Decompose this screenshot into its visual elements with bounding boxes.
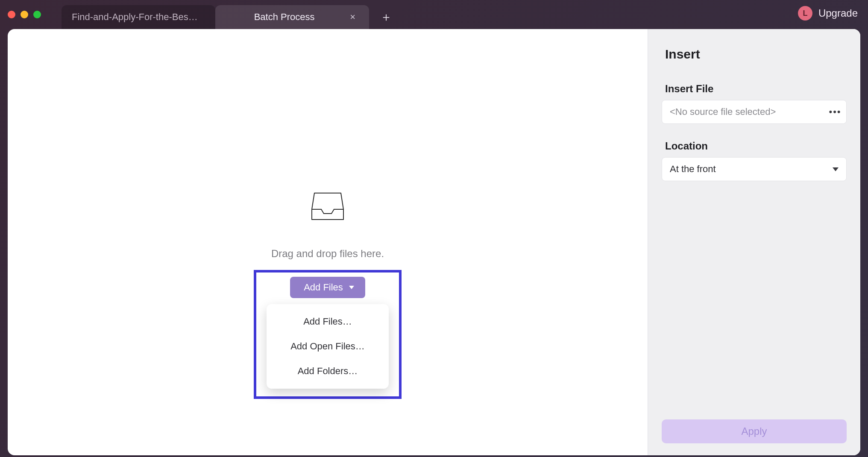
location-select[interactable]: At the front: [662, 157, 847, 181]
upgrade-label: Upgrade: [818, 7, 858, 19]
caret-down-icon: [349, 286, 354, 289]
window-body: Drag and drop files here. Add Files Add …: [8, 29, 860, 455]
inbox-tray-icon: [311, 191, 344, 223]
insert-file-field[interactable]: <No source file selected> •••: [662, 100, 847, 124]
menu-item-add-files[interactable]: Add Files…: [267, 309, 389, 334]
menu-item-add-open-files[interactable]: Add Open Files…: [267, 334, 389, 359]
window-tabbar: Find-and-Apply-For-the-Best-… Batch Proc…: [0, 0, 868, 29]
menu-item-add-folders[interactable]: Add Folders…: [267, 359, 389, 384]
new-tab-button[interactable]: ＋: [374, 5, 398, 29]
ellipsis-icon: •••: [829, 106, 841, 117]
add-files-button[interactable]: Add Files: [290, 277, 365, 298]
tab-batch-process-label: Batch Process: [226, 12, 343, 23]
add-files-button-label: Add Files: [304, 282, 343, 293]
location-label: Location: [648, 134, 860, 157]
side-panel-insert: Insert Insert File <No source file selec…: [648, 29, 860, 455]
tutorial-highlight: Add Files Add Files… Add Open Files… Add…: [254, 270, 402, 399]
tab-strip: Find-and-Apply-For-the-Best-… Batch Proc…: [62, 0, 398, 29]
insert-file-label: Insert File: [648, 77, 860, 100]
location-value: At the front: [670, 164, 827, 175]
window-zoom-button[interactable]: [33, 11, 41, 18]
chevron-down-icon: [833, 167, 839, 171]
insert-file-placeholder: <No source file selected>: [670, 106, 822, 117]
tab-document-label: Find-and-Apply-For-the-Best-…: [72, 12, 200, 23]
window-close-button[interactable]: [8, 11, 15, 18]
user-avatar: L: [798, 6, 812, 21]
drop-zone[interactable]: Drag and drop files here. Add Files Add …: [8, 29, 648, 455]
drop-hint-text: Drag and drop files here.: [271, 248, 384, 260]
tab-close-button[interactable]: ×: [346, 11, 359, 23]
tab-document[interactable]: Find-and-Apply-For-the-Best-…: [62, 5, 215, 29]
apply-button[interactable]: Apply: [662, 419, 847, 443]
choose-file-button[interactable]: •••: [827, 104, 843, 120]
window-minimize-button[interactable]: [21, 11, 28, 18]
panel-title: Insert: [648, 29, 860, 77]
add-files-menu: Add Files… Add Open Files… Add Folders…: [267, 304, 389, 389]
tab-batch-process[interactable]: Batch Process ×: [215, 5, 369, 29]
traffic-lights: [8, 11, 41, 18]
upgrade-button[interactable]: L Upgrade: [798, 6, 858, 21]
